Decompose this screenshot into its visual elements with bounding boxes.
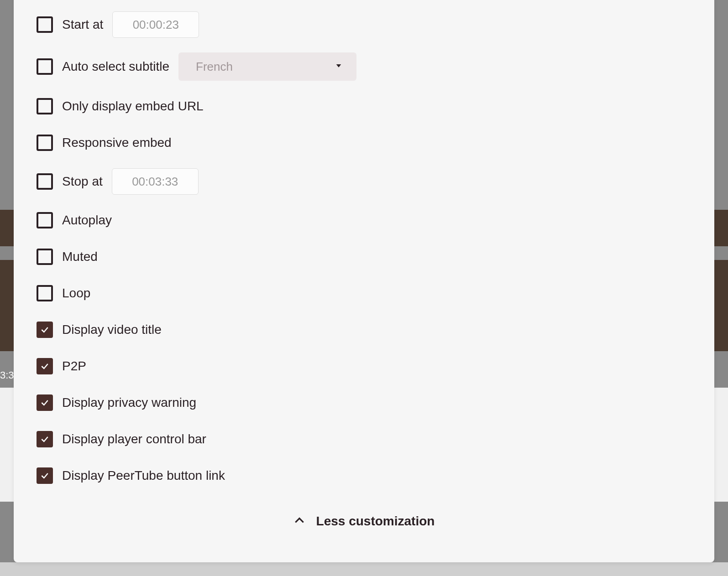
loop-checkbox[interactable] [37,285,53,301]
p2p-row: P2P [37,355,691,377]
subtitle-select-wrap: French [178,52,356,81]
privacy-warning-label: Display privacy warning [62,395,196,410]
stop-at-input[interactable] [112,168,199,195]
display-title-checkbox[interactable] [37,322,53,338]
loop-label: Loop [62,286,90,301]
auto-subtitle-checkbox[interactable] [37,58,53,75]
privacy-warning-row: Display privacy warning [37,392,691,414]
autoplay-checkbox[interactable] [37,212,53,228]
customization-panel: Start at Auto select subtitle French Onl… [14,0,714,562]
start-at-label: Start at [62,17,103,32]
start-at-input[interactable] [112,11,199,38]
peertube-link-label: Display PeerTube button link [62,468,225,483]
muted-label: Muted [62,249,98,264]
chevron-up-icon [293,514,305,528]
stop-at-label: Stop at [62,174,103,189]
control-bar-checkbox[interactable] [37,431,53,447]
auto-subtitle-label: Auto select subtitle [62,59,169,74]
responsive-embed-row: Responsive embed [37,132,691,154]
display-title-row: Display video title [37,319,691,341]
muted-row: Muted [37,246,691,268]
stop-at-row: Stop at [37,168,691,195]
control-bar-row: Display player control bar [37,428,691,450]
peertube-link-checkbox[interactable] [37,467,53,484]
only-embed-url-checkbox[interactable] [37,98,53,114]
only-embed-url-row: Only display embed URL [37,95,691,117]
start-at-checkbox[interactable] [37,16,53,33]
background-time-text: 3:3 [0,369,14,381]
responsive-embed-checkbox[interactable] [37,135,53,151]
background-area [0,562,728,576]
less-customization-label: Less customization [316,514,435,529]
responsive-embed-label: Responsive embed [62,135,172,150]
stop-at-checkbox[interactable] [37,173,53,190]
subtitle-select[interactable]: French [178,52,356,81]
autoplay-row: Autoplay [37,209,691,231]
p2p-label: P2P [62,359,86,374]
loop-row: Loop [37,282,691,304]
start-at-row: Start at [37,11,691,38]
auto-subtitle-row: Auto select subtitle French [37,52,691,81]
display-title-label: Display video title [62,322,162,337]
less-customization-toggle[interactable]: Less customization [37,514,691,529]
control-bar-label: Display player control bar [62,432,206,446]
p2p-checkbox[interactable] [37,358,53,374]
peertube-link-row: Display PeerTube button link [37,465,691,487]
only-embed-url-label: Only display embed URL [62,99,204,114]
muted-checkbox[interactable] [37,249,53,265]
autoplay-label: Autoplay [62,213,112,228]
privacy-warning-checkbox[interactable] [37,394,53,411]
